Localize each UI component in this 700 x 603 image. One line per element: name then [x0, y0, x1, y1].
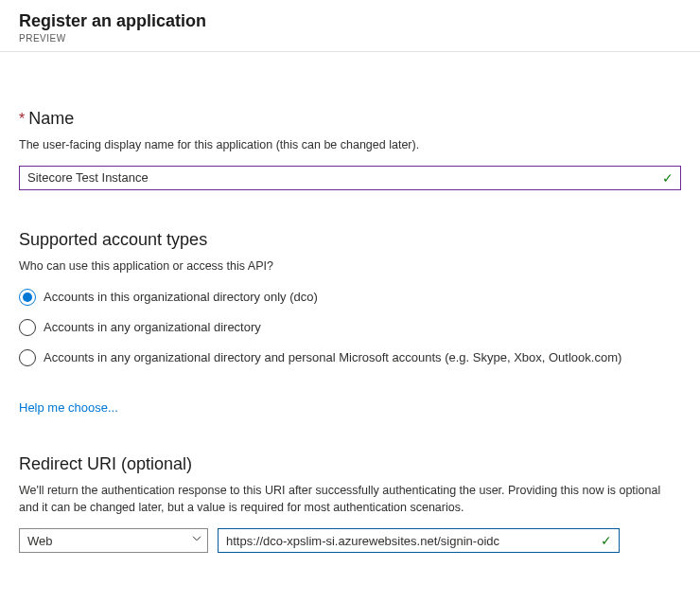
account-types-desc: Who can use this application or access t… — [19, 257, 681, 275]
radio-option-any-and-personal[interactable]: Accounts in any organizational directory… — [19, 349, 681, 366]
name-input-wrap: ✓ — [19, 166, 681, 190]
name-label: *Name — [19, 109, 681, 129]
required-asterisk: * — [19, 111, 25, 127]
name-input[interactable] — [19, 166, 681, 190]
redirect-uri-title: Redirect URI (optional) — [19, 454, 681, 474]
redirect-type-select[interactable]: Web — [19, 528, 208, 553]
name-title-text: Name — [28, 109, 74, 128]
account-types-section: Supported account types Who can use this… — [19, 230, 681, 415]
content-area: *Name The user-facing display name for t… — [0, 52, 700, 603]
name-section: *Name The user-facing display name for t… — [19, 109, 681, 190]
radio-label: Accounts in any organizational directory… — [44, 350, 621, 364]
page-header: Register an application PREVIEW — [0, 0, 700, 52]
radio-label: Accounts in any organizational directory — [44, 320, 261, 334]
radio-option-org-only[interactable]: Accounts in this organizational director… — [19, 289, 681, 306]
redirect-uri-input-wrap: ✓ — [218, 528, 620, 553]
radio-label: Accounts in this organizational director… — [44, 290, 318, 304]
redirect-uri-section: Redirect URI (optional) We'll return the… — [19, 454, 681, 554]
account-types-radio-group: Accounts in this organizational director… — [19, 289, 681, 366]
page-title: Register an application — [19, 11, 681, 31]
preview-badge: PREVIEW — [19, 33, 681, 44]
radio-icon — [19, 319, 36, 336]
redirect-uri-desc: We'll return the authentication response… — [19, 482, 681, 518]
name-description: The user-facing display name for this ap… — [19, 136, 681, 154]
help-me-choose-link[interactable]: Help me choose... — [19, 400, 118, 415]
radio-icon — [19, 289, 36, 306]
account-types-title: Supported account types — [19, 230, 681, 250]
redirect-type-wrap: Web — [19, 528, 208, 553]
radio-option-any-org[interactable]: Accounts in any organizational directory — [19, 319, 681, 336]
radio-icon — [19, 349, 36, 366]
redirect-uri-input[interactable] — [218, 528, 620, 553]
redirect-row: Web ✓ — [19, 528, 681, 553]
